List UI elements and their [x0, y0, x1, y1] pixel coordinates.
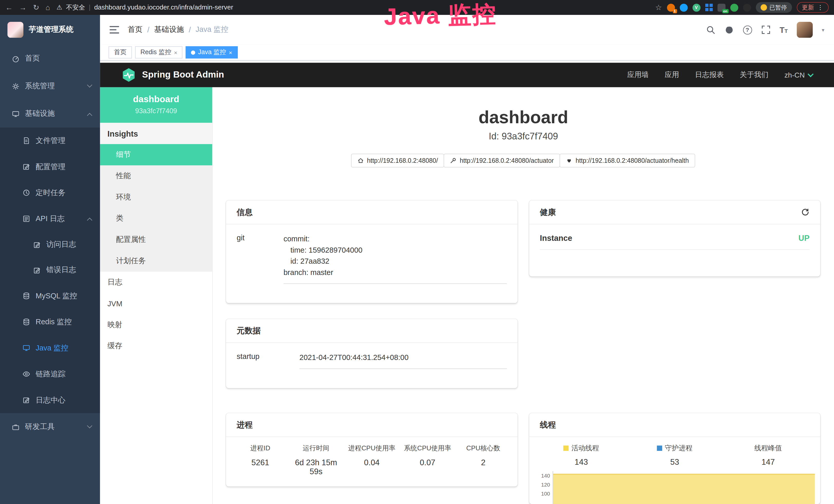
sba-menu-label: 映射: [107, 320, 122, 330]
process-header: CPU核心数: [455, 444, 511, 453]
tab-redis-monitor[interactable]: Redis 监控 ×: [135, 46, 183, 59]
language-selector[interactable]: zh-CN: [785, 71, 813, 79]
legend-yellow-swatch: [564, 445, 569, 451]
sba-menu-jvm[interactable]: JVM: [100, 293, 212, 314]
extension-icon-drop[interactable]: [679, 3, 687, 11]
document-icon: [22, 137, 30, 144]
instance-id-line: Id: 93a3fc7f7409: [213, 131, 834, 142]
legend-label: 守护进程: [665, 443, 693, 453]
process-header: 进程CPU使用率: [344, 444, 400, 453]
sba-menu-details[interactable]: 细节: [100, 144, 212, 165]
url-text[interactable]: dashboard.yudao.iocoder.cn/infra/admin-s…: [94, 4, 233, 11]
user-avatar[interactable]: [797, 22, 813, 38]
extension-icon-switch[interactable]: on: [717, 3, 725, 11]
eye-icon: [22, 370, 30, 378]
close-icon[interactable]: ×: [174, 49, 177, 56]
extension-icon-paw[interactable]: [743, 3, 751, 11]
sba-sidebar: dashboard 93a3fc7f7409 Insights 细节 性能 环境…: [100, 87, 213, 504]
chevron-down-icon: [87, 423, 92, 428]
sidebar-item-scheduled-jobs[interactable]: 定时任务: [0, 180, 100, 206]
sba-menu-classes[interactable]: 类: [100, 208, 212, 229]
sba-nav-about[interactable]: 关于我们: [740, 70, 768, 79]
sidebar-item-redis-monitor[interactable]: Redis 监控: [0, 309, 100, 335]
sidebar-item-file-mgmt[interactable]: 文件管理: [0, 128, 100, 154]
info-card: 信息 git commit: time: 1596289704000 id: 2…: [226, 201, 518, 303]
app-logo[interactable]: 芋道管理系统: [0, 15, 100, 45]
edit-icon: [22, 396, 30, 404]
sba-nav-applications[interactable]: 应用: [665, 70, 679, 79]
health-url-button[interactable]: http://192.168.0.2:48080/actuator/health: [560, 154, 695, 167]
reload-icon[interactable]: ↻: [33, 4, 39, 11]
extension-on-badge: on: [722, 9, 728, 13]
security-label[interactable]: 不安全: [66, 3, 85, 12]
chart-live-threads-area: [553, 474, 815, 504]
forward-icon[interactable]: →: [19, 4, 27, 11]
sidebar-item-infra[interactable]: 基础设施: [0, 100, 100, 128]
breadcrumb-infra[interactable]: 基础设施: [154, 25, 184, 35]
sidebar-item-log-center[interactable]: 日志中心: [0, 387, 100, 413]
avatar-caret-icon[interactable]: ▾: [822, 27, 824, 33]
history-icon[interactable]: [801, 208, 810, 216]
address-bar[interactable]: ⚠ 不安全 | dashboard.yudao.iocoder.cn/infra…: [57, 3, 649, 12]
sidebar-item-java-monitor[interactable]: Java 监控: [0, 335, 100, 361]
sidebar-item-tracing[interactable]: 链路追踪: [0, 361, 100, 387]
sba-nav-wall[interactable]: 应用墙: [627, 70, 649, 79]
tab-home[interactable]: 首页: [108, 46, 132, 59]
metadata-card: 元数据 startup 2021-04-27T00:44:31.254+08:0…: [226, 319, 518, 388]
fullscreen-icon[interactable]: [761, 25, 771, 35]
chrome-update-button[interactable]: 更新 ⋮: [796, 2, 829, 13]
process-col-cpu: 进程CPU使用率 0.04: [344, 444, 400, 476]
sidebar-item-error-log[interactable]: 错误日志: [0, 257, 100, 283]
instance-header[interactable]: dashboard 93a3fc7f7409: [100, 87, 212, 123]
font-size-icon[interactable]: TT: [780, 25, 788, 34]
sba-menu-logs[interactable]: 日志: [100, 272, 212, 293]
github-icon[interactable]: [724, 25, 734, 35]
bookmark-star-icon[interactable]: ☆: [655, 4, 662, 11]
close-icon[interactable]: ×: [229, 49, 232, 56]
paused-chip[interactable]: 已暂停: [756, 2, 792, 13]
legend-label: 活动线程: [571, 443, 599, 453]
extension-icon-leaf[interactable]: [730, 3, 738, 11]
sidebar-item-access-log[interactable]: 访问日志: [0, 232, 100, 257]
threads-legend: 活动线程 143 守护进程 53 线程峰值 147: [529, 437, 820, 466]
tab-java-monitor[interactable]: Java 监控 ×: [186, 46, 238, 59]
legend-blue-swatch: [657, 445, 662, 451]
search-icon[interactable]: [706, 25, 715, 35]
sba-menu-mappings[interactable]: 映射: [100, 314, 212, 336]
sidebar-item-system[interactable]: 系统管理: [0, 72, 100, 100]
instance-name: dashboard: [103, 94, 209, 105]
sba-menu-environment[interactable]: 环境: [100, 187, 212, 208]
process-header: 进程ID: [233, 444, 288, 453]
sba-menu-scheduled-tasks[interactable]: 计划任务: [100, 250, 212, 272]
sba-menu-metrics[interactable]: 性能: [100, 165, 212, 187]
back-icon[interactable]: ←: [5, 4, 13, 11]
sba-brand-title[interactable]: Spring Boot Admin: [142, 70, 224, 80]
breadcrumb-home[interactable]: 首页: [128, 25, 142, 35]
extension-icon-vue[interactable]: V: [692, 3, 700, 11]
help-icon[interactable]: ?: [743, 25, 752, 34]
actuator-url-button[interactable]: http://192.168.0.2:48080/actuator: [444, 154, 560, 167]
kebab-menu-icon[interactable]: ⋮: [817, 4, 824, 11]
sba-menu-configprops[interactable]: 配置属性: [100, 229, 212, 251]
sba-nav-journal[interactable]: 日志报表: [695, 70, 724, 79]
sba-main-content: dashboard Id: 93a3fc7f7409 http://192.16…: [213, 87, 834, 504]
actuator-url: http://192.168.0.2:48080/actuator: [460, 157, 554, 164]
service-url-button[interactable]: http://192.168.0.2:48080/: [351, 154, 444, 167]
tags-view-bar: 首页 Redis 监控 × Java 监控 ×: [100, 45, 834, 61]
threads-card-title: 线程: [529, 413, 820, 437]
sidebar-item-home[interactable]: 首页: [0, 45, 100, 72]
sidebar-item-config-mgmt[interactable]: 配置管理: [0, 154, 100, 180]
extension-icon-fox[interactable]: 1: [667, 3, 675, 11]
font-size-large: T: [780, 25, 785, 34]
sidebar-item-api-log[interactable]: API 日志: [0, 206, 100, 232]
sba-menu-caches[interactable]: 缓存: [100, 336, 212, 357]
annotation-overlay: Java 监控: [371, 0, 510, 33]
sidebar-item-mysql-monitor[interactable]: MySQL 监控: [0, 283, 100, 309]
sidebar-item-devtools[interactable]: 研发工具: [0, 413, 100, 441]
process-value: 0.07: [400, 458, 455, 467]
database-icon: [22, 318, 30, 326]
extension-icon-grid[interactable]: [705, 4, 712, 11]
status-badge: UP: [798, 233, 810, 243]
home-icon[interactable]: ⌂: [46, 4, 50, 11]
hamburger-icon[interactable]: [110, 26, 119, 33]
